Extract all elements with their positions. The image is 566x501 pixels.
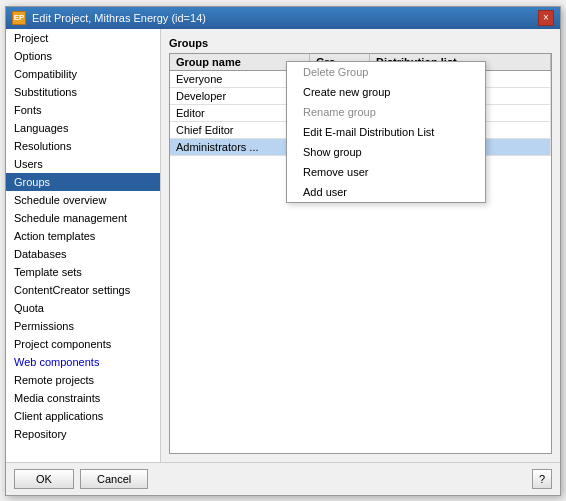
edit-project-dialog: EP Edit Project, Mithras Energy (id=14) … — [5, 6, 561, 496]
sidebar-item-groups[interactable]: Groups — [6, 173, 160, 191]
sidebar: ProjectOptionsCompatibilitySubstitutions… — [6, 29, 161, 462]
sidebar-item-media-constraints[interactable]: Media constraints — [6, 389, 160, 407]
title-bar-left: EP Edit Project, Mithras Energy (id=14) — [12, 11, 206, 25]
sidebar-item-options[interactable]: Options — [6, 47, 160, 65]
sidebar-item-databases[interactable]: Databases — [6, 245, 160, 263]
dialog-content: ProjectOptionsCompatibilitySubstitutions… — [6, 29, 560, 462]
main-area: Groups Group name Gro... Distribution li… — [161, 29, 560, 462]
sidebar-item-resolutions[interactable]: Resolutions — [6, 137, 160, 155]
sidebar-item-schedule-overview[interactable]: Schedule overview — [6, 191, 160, 209]
sidebar-item-languages[interactable]: Languages — [6, 119, 160, 137]
sidebar-item-repository[interactable]: Repository — [6, 425, 160, 443]
context-menu-item-rename-group: Rename group — [287, 102, 485, 122]
context-menu: Delete Group Create new group Rename gro… — [286, 61, 486, 203]
sidebar-item-substitutions[interactable]: Substitutions — [6, 83, 160, 101]
sidebar-item-contentcreator-settings[interactable]: ContentCreator settings — [6, 281, 160, 299]
sidebar-item-schedule-management[interactable]: Schedule management — [6, 209, 160, 227]
title-bar: EP Edit Project, Mithras Energy (id=14) … — [6, 7, 560, 29]
ok-button[interactable]: OK — [14, 469, 74, 489]
sidebar-item-fonts[interactable]: Fonts — [6, 101, 160, 119]
sidebar-item-web-components[interactable]: Web components — [6, 353, 160, 371]
context-menu-item-delete-group: Delete Group — [287, 62, 485, 82]
sidebar-item-client-applications[interactable]: Client applications — [6, 407, 160, 425]
context-menu-item-create-group[interactable]: Create new group — [287, 82, 485, 102]
sidebar-item-project-components[interactable]: Project components — [6, 335, 160, 353]
dialog-icon: EP — [12, 11, 26, 25]
dialog-footer: OK Cancel ? — [6, 462, 560, 495]
context-menu-item-remove-user[interactable]: Remove user — [287, 162, 485, 182]
sidebar-item-template-sets[interactable]: Template sets — [6, 263, 160, 281]
footer-buttons: OK Cancel — [14, 469, 148, 489]
context-menu-item-edit-email[interactable]: Edit E-mail Distribution List — [287, 122, 485, 142]
close-button[interactable]: × — [538, 10, 554, 26]
sidebar-item-quota[interactable]: Quota — [6, 299, 160, 317]
sidebar-item-compatibility[interactable]: Compatibility — [6, 65, 160, 83]
sidebar-item-permissions[interactable]: Permissions — [6, 317, 160, 335]
sidebar-item-action-templates[interactable]: Action templates — [6, 227, 160, 245]
cancel-button[interactable]: Cancel — [80, 469, 148, 489]
sidebar-item-remote-projects[interactable]: Remote projects — [6, 371, 160, 389]
dialog-title: Edit Project, Mithras Energy (id=14) — [32, 12, 206, 24]
context-menu-item-show-group[interactable]: Show group — [287, 142, 485, 162]
context-menu-item-add-user[interactable]: Add user — [287, 182, 485, 202]
sidebar-item-project[interactable]: Project — [6, 29, 160, 47]
groups-label: Groups — [169, 37, 552, 49]
sidebar-item-users[interactable]: Users — [6, 155, 160, 173]
help-button[interactable]: ? — [532, 469, 552, 489]
